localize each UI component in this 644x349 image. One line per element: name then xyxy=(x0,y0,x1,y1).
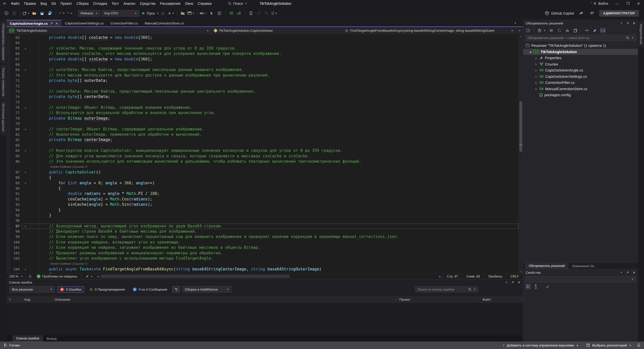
breakpoint-margin[interactable] xyxy=(7,46,10,51)
fold-margin[interactable] xyxy=(22,89,29,94)
show-all-files-icon[interactable] xyxy=(573,28,578,33)
window-position-chevron-icon[interactable]: ▼ xyxy=(620,22,623,24)
menu-item[interactable]: Справка xyxy=(196,1,214,7)
code-line[interactable]: 78 private Bitmap outerImage; xyxy=(7,116,518,121)
tree-expander-icon[interactable]: ◢ xyxy=(529,50,532,53)
toggle-bookmark-button[interactable] xyxy=(248,10,254,17)
fold-margin[interactable]: ∨ xyxy=(22,224,29,229)
code-editor[interactable]: 63 private double[] cosCache = new doubl… xyxy=(7,35,518,273)
code-line[interactable]: 86 // Эти значения используются для опти… xyxy=(7,159,518,164)
breakpoint-margin[interactable] xyxy=(7,105,10,110)
code-line[interactable]: 89∨ for (int angle = 0; angle < 360; ang… xyxy=(7,181,518,186)
fold-margin[interactable] xyxy=(22,234,29,239)
menu-item[interactable]: Тест xyxy=(109,1,121,7)
code-line[interactable]: 101 // Если коррекция не найдена, загруж… xyxy=(7,245,518,250)
code-line[interactable]: 70 // Этот массив используется для быстр… xyxy=(7,73,518,78)
code-line[interactable]: Invoke Codeium | Ссылок: 0 xyxy=(7,261,518,266)
hscroll-left-icon[interactable]: ◀ xyxy=(95,275,100,278)
split-editor-icon[interactable]: ÷ xyxy=(518,28,520,33)
fold-margin[interactable] xyxy=(22,240,29,245)
warnings-filter-button[interactable]: ⚠ 0 Предупреждения xyxy=(87,286,128,293)
global-search-button[interactable]: Поиск ▼ xyxy=(225,1,250,6)
messages-filter-button[interactable]: i 0 из 4 Сообщения xyxy=(130,286,170,293)
spell-check-button[interactable]: abc✓ xyxy=(200,10,207,17)
fold-margin[interactable] xyxy=(22,57,29,62)
tree-item[interactable]: ▷C#ManualCorrectionStore.cs xyxy=(523,86,638,92)
tree-item[interactable]: ▷Properties xyxy=(523,55,638,61)
breakpoint-margin[interactable] xyxy=(7,127,10,132)
preview-window-button[interactable]: ▼ xyxy=(187,10,195,17)
property-pages-icon[interactable] xyxy=(545,284,550,289)
code-line[interactable]: 80∨ // centerImage: Объект Bitmap, содер… xyxy=(7,127,518,132)
menu-item[interactable]: Правка xyxy=(22,1,38,7)
code-line[interactable]: 75 xyxy=(7,100,518,105)
fold-margin[interactable] xyxy=(22,110,29,116)
breakpoint-margin[interactable] xyxy=(7,116,10,121)
menu-item[interactable]: Git xyxy=(49,1,58,7)
feedback-icon[interactable] xyxy=(589,10,595,17)
fold-margin[interactable] xyxy=(22,132,29,137)
breakpoint-margin[interactable] xyxy=(7,207,10,213)
navigate-indent-button[interactable] xyxy=(216,10,223,17)
code-line[interactable]: Invoke Codeium | Ссылок: 0 xyxy=(7,164,518,169)
code-line[interactable]: 68 xyxy=(7,62,518,67)
fold-margin[interactable] xyxy=(22,159,29,164)
window-position-chevron-icon[interactable]: ▼ xyxy=(620,271,623,274)
tree-expander-icon[interactable]: ▷ xyxy=(535,81,538,84)
error-list-body[interactable] xyxy=(7,303,523,335)
fold-margin[interactable] xyxy=(22,100,29,105)
fold-margin[interactable] xyxy=(22,62,29,67)
share-icon[interactable] xyxy=(578,10,585,17)
navigate-forward-button[interactable] xyxy=(11,10,17,17)
categorized-view-icon[interactable] xyxy=(526,284,531,289)
hot-reload-button[interactable]: ▼ xyxy=(168,10,174,17)
code-line[interactable]: 79 xyxy=(7,121,518,126)
fold-margin[interactable] xyxy=(22,245,29,250)
code-line[interactable]: 84∨ // Конструктор класса CaptchaSolver,… xyxy=(7,148,518,153)
fold-margin[interactable] xyxy=(22,154,29,159)
increase-indent-button[interactable] xyxy=(228,10,235,17)
open-file-button[interactable] xyxy=(31,10,37,17)
fold-margin[interactable]: ∨ xyxy=(22,181,29,186)
dock-tab[interactable]: Обозреватель серверов xyxy=(1,21,6,63)
project-dropdown[interactable]: C# TikTokAngleSolution ▼ xyxy=(7,27,212,34)
breakpoint-margin[interactable] xyxy=(7,154,10,159)
error-scope-dropdown[interactable]: Все решение ▼ xyxy=(10,286,55,293)
breakpoint-margin[interactable] xyxy=(7,186,10,191)
comment-lines-button[interactable]: 2 xyxy=(236,10,242,17)
code-line[interactable]: 94 } xyxy=(7,207,518,213)
fold-margin[interactable]: ∨ xyxy=(22,127,29,132)
save-all-button[interactable] xyxy=(47,10,53,17)
code-line[interactable]: 71 private byte[] outerData; xyxy=(7,78,518,83)
type-dropdown[interactable]: TikTokAngleSolution.CaptchaSolver xyxy=(212,27,343,34)
start-debugging-button[interactable]: Пуск ▼ xyxy=(142,10,159,17)
fold-margin[interactable] xyxy=(22,202,29,207)
breakpoint-margin[interactable] xyxy=(7,78,10,83)
menu-item[interactable]: Средства xyxy=(138,1,158,7)
breakpoint-margin[interactable] xyxy=(7,218,10,223)
code-cleanup-button[interactable]: ▼ xyxy=(83,274,95,279)
eol-indicator[interactable]: CRLF xyxy=(506,274,523,279)
breakpoint-margin[interactable] xyxy=(7,181,10,186)
tree-item[interactable]: ▷C#CaptchaSolverSettings.cs xyxy=(523,74,638,80)
fold-margin[interactable] xyxy=(22,191,29,196)
close-panel-icon[interactable]: ✕ xyxy=(633,21,635,25)
alphabetical-view-icon[interactable]: AZ↓ xyxy=(534,284,539,289)
code-line[interactable]: 92 cosCache[angle] = Math.Cos(radians); xyxy=(7,197,518,202)
tree-item[interactable]: ◢C#TikTokAngleSolution xyxy=(523,49,638,55)
dock-tab[interactable]: Источники данных xyxy=(1,100,6,134)
breakpoint-margin[interactable] xyxy=(7,143,10,148)
fold-margin[interactable]: ∨ xyxy=(22,67,29,73)
scrollbar-thumb[interactable] xyxy=(519,101,522,152)
column-indicator[interactable]: Симв: 83 xyxy=(462,274,484,279)
panel-tab[interactable]: Изменения Git xyxy=(569,263,597,269)
close-tab-icon[interactable]: ✕ xyxy=(55,22,58,25)
pin-icon[interactable] xyxy=(626,22,629,25)
close-panel-icon[interactable]: ✕ xyxy=(518,281,520,284)
close-button[interactable]: ✕ xyxy=(637,2,640,6)
scrollbar-down-icon[interactable]: ▼ xyxy=(519,270,523,273)
breakpoint-margin[interactable] xyxy=(7,132,10,137)
code-line[interactable]: 104∨ public async Task<int> FindTargetAn… xyxy=(7,267,518,272)
fold-margin[interactable] xyxy=(22,73,29,78)
error-list-search-input[interactable]: Поиск по списку ошибок ▼ xyxy=(415,286,478,292)
